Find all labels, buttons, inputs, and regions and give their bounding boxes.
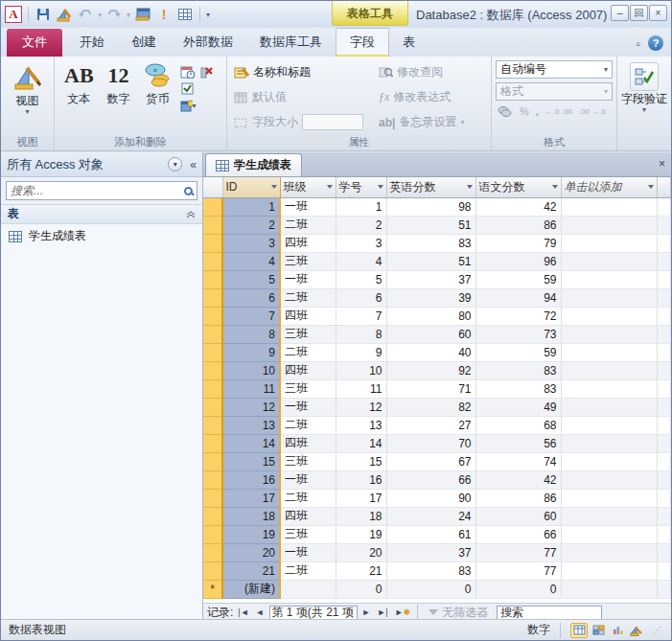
cell-click-to-add[interactable]: [561, 234, 657, 252]
record-selector[interactable]: [203, 216, 222, 234]
cell-id[interactable]: 4: [222, 252, 280, 270]
record-selector[interactable]: [203, 434, 222, 452]
no-filter-button[interactable]: 无筛选器: [423, 605, 494, 621]
record-selector[interactable]: *: [203, 580, 222, 598]
column-header-chinese[interactable]: 语文分数: [475, 177, 561, 197]
cell-id[interactable]: 18: [222, 507, 280, 525]
cell-class[interactable]: 二班: [280, 561, 336, 580]
first-record-button[interactable]: |◄: [236, 607, 250, 617]
cell-id[interactable]: 13: [222, 416, 280, 434]
cell-click-to-add[interactable]: [561, 398, 657, 416]
nav-pane-header[interactable]: 所有 Access 对象 ▼ «: [1, 152, 202, 177]
cell-class[interactable]: 四班: [280, 307, 336, 325]
cell-class[interactable]: 四班: [280, 434, 336, 452]
cell-id[interactable]: 21: [222, 561, 280, 580]
tab-table[interactable]: 表: [389, 29, 429, 57]
record-selector[interactable]: [203, 379, 222, 398]
new-record-button[interactable]: ►✱: [393, 607, 412, 617]
cell-chinese[interactable]: 94: [475, 288, 561, 307]
cell-chinese[interactable]: 86: [475, 216, 561, 234]
cell-chinese[interactable]: 66: [475, 525, 561, 543]
record-selector[interactable]: [203, 361, 222, 379]
cell-studentno[interactable]: 20: [336, 543, 386, 561]
cell-id[interactable]: 8: [222, 325, 280, 343]
cell-chinese[interactable]: 83: [475, 361, 561, 379]
exclamation-icon[interactable]: !: [155, 6, 173, 23]
cell-click-to-add[interactable]: [561, 325, 657, 343]
cell-id[interactable]: 15: [222, 452, 280, 470]
cell-studentno[interactable]: 0: [336, 580, 386, 598]
cell-class[interactable]: 三班: [280, 452, 336, 470]
cell-studentno[interactable]: 6: [336, 288, 386, 307]
cell-chinese[interactable]: 72: [475, 307, 561, 325]
cell-click-to-add[interactable]: [561, 543, 657, 561]
currency-format-icon[interactable]: [498, 105, 513, 117]
record-selector[interactable]: [203, 489, 222, 507]
nav-search-input[interactable]: [11, 184, 184, 197]
cell-id[interactable]: 5: [222, 270, 280, 288]
record-selector[interactable]: [203, 543, 222, 561]
cell-click-to-add[interactable]: [561, 288, 657, 307]
cell-click-to-add[interactable]: [561, 434, 657, 452]
cell-id[interactable]: 7: [222, 307, 280, 325]
cell-id[interactable]: (新建): [222, 580, 280, 598]
delete-field-icon[interactable]: [198, 64, 215, 79]
cell-english[interactable]: 37: [386, 543, 475, 561]
cell-id[interactable]: 6: [222, 288, 280, 307]
next-record-button[interactable]: ►: [360, 607, 373, 617]
cell-english[interactable]: 90: [386, 489, 475, 507]
help-icon[interactable]: ?: [648, 35, 663, 51]
record-selector[interactable]: [203, 325, 222, 343]
last-record-button[interactable]: ►|: [375, 607, 389, 617]
cell-class[interactable]: 二班: [280, 416, 336, 434]
field-size-input[interactable]: [302, 114, 363, 130]
cell-id[interactable]: 12: [222, 398, 280, 416]
cell-class[interactable]: 三班: [280, 325, 336, 343]
name-caption-button[interactable]: 名称和标题: [231, 62, 366, 82]
cell-chinese[interactable]: 83: [475, 379, 561, 398]
cell-click-to-add[interactable]: [561, 197, 657, 216]
resize-grip[interactable]: ⋰: [653, 625, 663, 635]
search-icon[interactable]: [184, 187, 193, 195]
record-selector[interactable]: [203, 398, 222, 416]
cell-english[interactable]: 67: [386, 452, 475, 470]
record-selector[interactable]: [203, 561, 222, 580]
cell-id[interactable]: 2: [222, 216, 280, 234]
filter-dropdown-icon[interactable]: [552, 185, 558, 189]
cell-english[interactable]: 80: [386, 307, 475, 325]
cell-chinese[interactable]: 60: [475, 507, 561, 525]
design-view-button[interactable]: [628, 623, 645, 638]
record-selector[interactable]: [203, 197, 222, 216]
cell-class[interactable]: 一班: [280, 470, 336, 489]
cell-english[interactable]: 82: [386, 398, 475, 416]
record-selector[interactable]: [203, 507, 222, 525]
field-validation-button[interactable]: 字段验证 ▾: [621, 60, 667, 113]
view-button[interactable]: 视图 ▾: [5, 60, 50, 118]
filter-dropdown-icon[interactable]: [271, 185, 277, 189]
add-field-dropdown-icon[interactable]: [648, 185, 654, 189]
cell-chinese[interactable]: 79: [475, 234, 561, 252]
record-position-box[interactable]: 第 1 项(共 21 项: [269, 606, 358, 620]
text-field-button[interactable]: AB 文本: [58, 60, 100, 135]
percent-format-icon[interactable]: %: [520, 105, 529, 117]
cell-click-to-add[interactable]: [561, 452, 657, 470]
minimize-button[interactable]: –: [611, 5, 629, 21]
record-selector[interactable]: [203, 470, 222, 489]
cell-studentno[interactable]: 21: [336, 561, 386, 580]
record-selector[interactable]: [203, 270, 222, 288]
cell-click-to-add[interactable]: [561, 379, 657, 398]
column-header-english[interactable]: 英语分数: [386, 177, 475, 197]
cell-english[interactable]: 51: [386, 252, 475, 270]
cell-class[interactable]: 二班: [280, 343, 336, 361]
cell-chinese[interactable]: 77: [475, 543, 561, 561]
cell-chinese[interactable]: 59: [475, 270, 561, 288]
nav-item-student-table[interactable]: 学生成绩表: [1, 224, 202, 248]
cell-studentno[interactable]: 19: [336, 525, 386, 543]
column-header-class[interactable]: 班级: [280, 177, 336, 197]
decrease-decimals-icon[interactable]: .00 →.0: [579, 107, 606, 116]
modify-lookups-button[interactable]: 修改查阅: [376, 62, 467, 82]
qat-customize-icon[interactable]: ▾: [206, 11, 210, 19]
cell-studentno[interactable]: 18: [336, 507, 386, 525]
comma-format-icon[interactable]: ,: [536, 105, 539, 117]
pivottable-view-button[interactable]: [590, 623, 607, 638]
